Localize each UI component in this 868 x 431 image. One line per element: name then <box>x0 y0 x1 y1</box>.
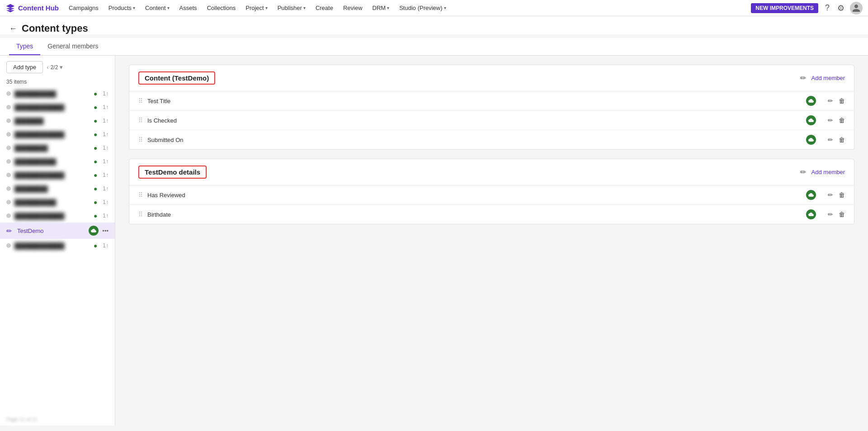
drag-handle-icon[interactable]: ⠿ <box>138 97 143 104</box>
sidebar: Add type ‹ 2/2 ▾ 35 items ██████████ ● 1… <box>0 56 115 426</box>
products-caret: ▾ <box>133 5 135 10</box>
sidebar-item-testdemo[interactable]: ✏ TestDemo ••• <box>0 223 115 239</box>
item-count: 1↑ <box>103 213 108 219</box>
sidebar-item[interactable]: ████████████ ● 1↑ <box>0 239 115 252</box>
sidebar-item[interactable]: ████████████ ● 1↑ <box>0 209 115 223</box>
nav-review[interactable]: Review <box>339 3 367 13</box>
items-count: 35 items <box>0 79 115 87</box>
type-card-edit-icon-2[interactable]: ✏ <box>800 168 806 176</box>
member-cloud <box>806 96 816 106</box>
main-layout: Add type ‹ 2/2 ▾ 35 items ██████████ ● 1… <box>0 56 868 426</box>
item-dot-icon <box>6 213 11 218</box>
pagination-dropdown[interactable]: ▾ <box>60 64 63 71</box>
help-icon[interactable]: ? <box>823 4 832 13</box>
item-count: 1↑ <box>103 158 108 165</box>
app-logo-text: Content Hub <box>18 4 59 12</box>
sidebar-toolbar: Add type ‹ 2/2 ▾ <box>0 56 115 79</box>
item-count: 1↑ <box>103 172 108 178</box>
sidebar-item[interactable]: ████████████ ● 1↑ <box>0 100 115 114</box>
nav-drm[interactable]: DRM ▾ <box>368 3 394 13</box>
member-edit-icon[interactable]: ✏ <box>828 136 833 143</box>
nav-studio[interactable]: Studio (Preview) ▾ <box>395 3 450 13</box>
nav-campaigns[interactable]: Campaigns <box>64 3 103 13</box>
type-card-title-2: TestDemo details <box>138 166 207 179</box>
drag-handle-icon[interactable]: ⠿ <box>138 136 143 143</box>
item-status: ● <box>92 90 99 97</box>
drag-handle-icon[interactable]: ⠿ <box>138 191 143 199</box>
testdemo-actions: ••• <box>102 227 108 234</box>
nav-project[interactable]: Project ▾ <box>241 3 272 13</box>
add-member-link-1[interactable]: Add member <box>811 75 845 81</box>
item-dot-icon <box>6 91 11 96</box>
back-button[interactable]: ← <box>9 24 17 33</box>
nav-assets[interactable]: Assets <box>175 3 202 13</box>
page-header: ← Content types <box>0 16 868 34</box>
nav-products[interactable]: Products ▾ <box>104 3 140 13</box>
pagination-prev[interactable]: ‹ <box>47 64 48 71</box>
member-actions: ✏ 🗑 <box>828 191 845 199</box>
member-delete-icon[interactable]: 🗑 <box>839 211 845 218</box>
item-status: ● <box>92 131 99 138</box>
item-dot-icon <box>6 146 11 150</box>
drag-handle-icon[interactable]: ⠿ <box>138 211 143 218</box>
sidebar-item[interactable]: ████████ ● 1↑ <box>0 182 115 195</box>
sidebar-item[interactable]: ███████ ● 1↑ <box>0 114 115 128</box>
tab-bar: Types General members <box>0 38 868 56</box>
cloud-icon <box>806 190 816 200</box>
member-delete-icon[interactable]: 🗑 <box>839 97 845 104</box>
member-actions: ✏ 🗑 <box>828 211 845 218</box>
member-name: Has Reviewed <box>147 192 802 199</box>
drm-caret: ▾ <box>387 5 389 10</box>
tab-types[interactable]: Types <box>9 38 40 55</box>
add-type-button[interactable]: Add type <box>6 61 43 73</box>
nav-publisher[interactable]: Publisher ▾ <box>273 3 310 13</box>
settings-icon[interactable]: ⚙ <box>836 4 845 13</box>
nav-content[interactable]: Content ▾ <box>141 3 174 13</box>
sidebar-item[interactable]: ██████████ ● 1↑ <box>0 195 115 209</box>
sidebar-pagination: ‹ 2/2 ▾ <box>47 64 63 71</box>
cloud-icon <box>806 209 816 219</box>
user-avatar[interactable] <box>850 2 863 14</box>
type-card-edit-icon-1[interactable]: ✏ <box>800 74 806 82</box>
member-edit-icon[interactable]: ✏ <box>828 211 833 218</box>
item-count: 1↑ <box>103 145 108 151</box>
member-delete-icon[interactable]: 🗑 <box>839 191 845 199</box>
type-card-title-1: Content (TestDemo) <box>138 71 215 85</box>
member-cloud <box>806 209 816 219</box>
member-delete-icon[interactable]: 🗑 <box>839 117 845 124</box>
content-area: Content (TestDemo) ✏ Add member ⠿ Test T… <box>115 56 868 426</box>
member-name: Birthdate <box>147 211 802 218</box>
pagination-info: 2/2 <box>51 64 58 71</box>
sidebar-item[interactable]: ████████ ● 1↑ <box>0 141 115 155</box>
member-delete-icon[interactable]: 🗑 <box>839 136 845 143</box>
member-row-has-reviewed: ⠿ Has Reviewed ✏ 🗑 <box>129 185 854 205</box>
member-name: Submitted On <box>147 137 802 143</box>
member-actions: ✏ 🗑 <box>828 136 845 143</box>
sidebar-item[interactable]: ████████████ ● 1↑ <box>0 128 115 141</box>
item-dot-icon <box>6 173 11 177</box>
add-member-link-2[interactable]: Add member <box>811 169 845 175</box>
member-edit-icon[interactable]: ✏ <box>828 97 833 104</box>
item-count: 1↑ <box>103 199 108 205</box>
tab-general-members[interactable]: General members <box>40 38 105 55</box>
cloud-icon <box>806 96 816 106</box>
sidebar-item[interactable]: ██████████ ● 1↑ <box>0 155 115 168</box>
nav-create[interactable]: Create <box>311 3 338 13</box>
sidebar-item[interactable]: ████████████ ● 1↑ <box>0 168 115 182</box>
new-improvements-button[interactable]: NEW IMPROVEMENTS <box>751 3 818 13</box>
testdemo-icon: ✏ <box>6 227 14 234</box>
top-navigation: Content Hub Campaigns Products ▾ Content… <box>0 0 868 16</box>
nav-collections[interactable]: Collections <box>203 3 241 13</box>
testdemo-more-icon[interactable]: ••• <box>102 227 108 234</box>
testdemo-cloud-icon <box>89 226 99 236</box>
member-edit-icon[interactable]: ✏ <box>828 191 833 199</box>
item-dot-icon <box>6 159 11 164</box>
cloud-icon <box>806 115 816 125</box>
topnav-right: NEW IMPROVEMENTS ? ⚙ <box>751 2 863 14</box>
sidebar-item[interactable]: ██████████ ● 1↑ <box>0 87 115 100</box>
app-logo[interactable]: Content Hub <box>5 3 59 13</box>
member-edit-icon[interactable]: ✏ <box>828 117 833 124</box>
drag-handle-icon[interactable]: ⠿ <box>138 117 143 124</box>
item-dot-icon <box>6 105 11 109</box>
item-status: ● <box>92 158 99 165</box>
